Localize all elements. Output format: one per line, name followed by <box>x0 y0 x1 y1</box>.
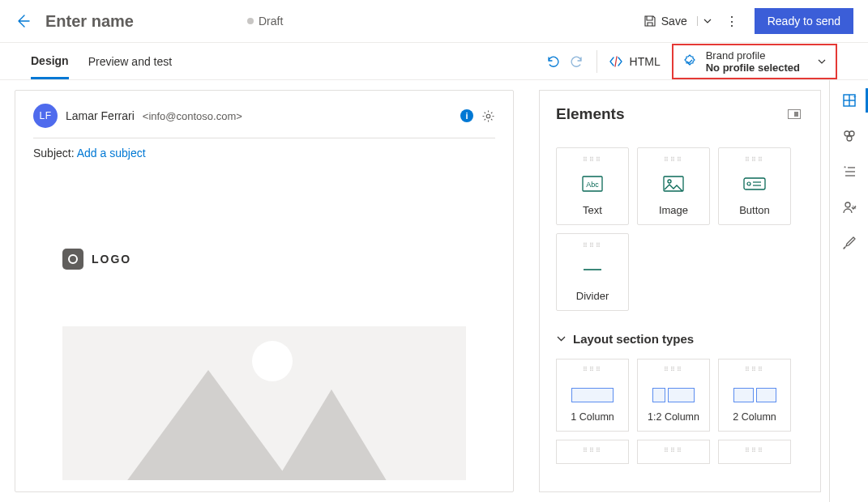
grip-icon: ⠿⠿⠿ <box>745 447 764 454</box>
back-icon[interactable] <box>15 13 31 29</box>
svg-text:*: * <box>844 164 846 172</box>
avatar: LF <box>33 104 58 128</box>
sun-icon <box>252 341 293 381</box>
html-toggle[interactable]: HTML <box>609 54 661 69</box>
email-canvas[interactable]: LF Lamar Ferrari <info@contoso.com> i Su… <box>15 90 514 492</box>
image-icon <box>663 173 684 194</box>
mountain-icon <box>270 389 393 480</box>
divider <box>596 50 597 73</box>
grip-icon: ⠿⠿⠿ <box>664 447 683 454</box>
brand-profile-value: No profile selected <box>706 62 800 74</box>
grip-icon: ⠿⠿⠿ <box>583 156 602 164</box>
brand-profile-label: Brand profile <box>706 49 800 62</box>
chevron-down-icon <box>556 334 567 344</box>
grip-icon: ⠿⠿⠿ <box>583 366 602 373</box>
element-label: Divider <box>576 290 609 302</box>
element-text[interactable]: ⠿⠿⠿ Abc Text <box>556 147 629 225</box>
page-title-input[interactable]: Enter name <box>45 12 134 31</box>
elements-column: Elements ⠿⠿⠿ Abc Text ⠿⠿⠿ Image <box>529 80 829 502</box>
rail-list-icon[interactable]: * <box>830 164 868 179</box>
grip-icon: ⠿⠿⠿ <box>745 156 764 164</box>
side-rail: + * <box>829 80 868 502</box>
layout-2-column[interactable]: ⠿⠿⠿ 2 Column <box>718 359 791 432</box>
svg-text:+: + <box>853 93 857 100</box>
button-icon <box>743 173 766 194</box>
more-menu-button[interactable]: ⋮ <box>720 14 743 29</box>
element-divider[interactable]: ⠿⠿⠿ Divider <box>556 233 629 311</box>
gear-icon[interactable] <box>481 109 495 123</box>
undo-icon[interactable] <box>545 54 559 69</box>
tab-bar: Design Preview and test HTML Brand profi… <box>0 43 868 80</box>
status-dot-icon <box>247 18 254 24</box>
svg-point-4 <box>668 180 671 183</box>
image-placeholder[interactable] <box>62 326 466 480</box>
brand-profile-dropdown[interactable]: Brand profile No profile selected <box>672 44 837 79</box>
save-split-chevron[interactable] <box>697 16 712 26</box>
layout-1-column[interactable]: ⠿⠿⠿ 1 Column <box>556 359 629 432</box>
svg-point-21 <box>845 202 850 207</box>
element-label: Button <box>739 204 770 216</box>
element-image[interactable]: ⠿⠿⠿ Image <box>637 147 710 225</box>
tab-preview[interactable]: Preview and test <box>88 45 173 78</box>
logo-block[interactable]: LOGO <box>62 249 495 270</box>
html-toggle-label: HTML <box>630 55 661 68</box>
ready-to-send-button[interactable]: Ready to send <box>755 8 853 34</box>
subject-label: Subject: <box>33 147 75 160</box>
grip-icon: ⠿⠿⠿ <box>664 366 683 373</box>
grip-icon: ⠿⠿⠿ <box>664 156 683 164</box>
svg-point-0 <box>486 114 490 118</box>
chevron-down-icon <box>816 56 827 67</box>
code-icon <box>609 54 623 69</box>
redo-icon[interactable] <box>571 54 585 69</box>
grip-icon: ⠿⠿⠿ <box>583 447 602 454</box>
svg-point-6 <box>747 182 750 185</box>
save-button[interactable]: Save <box>644 15 712 28</box>
svg-text:Abc: Abc <box>586 181 599 189</box>
info-icon[interactable]: i <box>460 109 473 122</box>
status-badge: Draft <box>247 15 283 28</box>
rail-elements-icon[interactable]: + <box>830 93 868 108</box>
canvas-column: LF Lamar Ferrari <info@contoso.com> i Su… <box>0 80 529 502</box>
top-header: Enter name Draft Save ⋮ Ready to send <box>0 0 868 43</box>
tab-design[interactable]: Design <box>31 45 69 79</box>
elements-grid: ⠿⠿⠿ Abc Text ⠿⠿⠿ Image ⠿⠿⠿ <box>556 147 801 311</box>
layout-label: 2 Column <box>733 411 776 423</box>
element-label: Image <box>659 204 688 216</box>
svg-point-15 <box>849 131 854 136</box>
layout-section-title: Layout section types <box>573 332 694 346</box>
element-button[interactable]: ⠿⠿⠿ Button <box>718 147 791 225</box>
expand-panel-icon[interactable] <box>788 109 801 119</box>
elements-panel: Elements ⠿⠿⠿ Abc Text ⠿⠿⠿ Image <box>539 90 821 492</box>
subject-row: Subject: Add a subject <box>33 138 495 160</box>
text-icon: Abc <box>582 173 603 194</box>
rail-brush-icon[interactable] <box>830 236 868 250</box>
status-label: Draft <box>259 15 283 28</box>
grip-icon: ⠿⠿⠿ <box>583 242 602 249</box>
svg-point-16 <box>847 136 852 141</box>
logo-icon <box>62 249 83 270</box>
subject-input[interactable]: Add a subject <box>77 147 146 160</box>
element-label: Text <box>583 204 602 216</box>
rail-person-icon[interactable] <box>830 200 868 215</box>
layout-1-2-column[interactable]: ⠿⠿⠿ 1:2 Column <box>637 359 710 432</box>
layout-label: 1:2 Column <box>648 411 699 423</box>
sender-name: Lamar Ferrari <box>66 109 135 122</box>
layout-label: 1 Column <box>571 411 614 423</box>
elements-title: Elements <box>556 105 624 123</box>
logo-text: LOGO <box>92 253 131 266</box>
workarea: LF Lamar Ferrari <info@contoso.com> i Su… <box>0 80 868 502</box>
grip-icon: ⠿⠿⠿ <box>745 366 764 373</box>
layout-more[interactable]: ⠿⠿⠿ <box>637 440 710 464</box>
layout-more[interactable]: ⠿⠿⠿ <box>556 440 629 464</box>
divider-icon <box>582 259 603 280</box>
sender-row: LF Lamar Ferrari <info@contoso.com> i <box>33 104 495 138</box>
sender-email: <info@contoso.com> <box>143 110 242 122</box>
rosette-icon <box>682 53 698 70</box>
svg-point-14 <box>844 131 849 136</box>
save-label: Save <box>661 15 687 28</box>
layout-section-header[interactable]: Layout section types <box>556 332 801 346</box>
layout-grid: ⠿⠿⠿ 1 Column ⠿⠿⠿ 1:2 Column ⠿⠿⠿ 2 Column… <box>556 359 801 464</box>
rail-settings-icon[interactable] <box>830 129 868 143</box>
save-icon <box>644 15 656 28</box>
layout-more[interactable]: ⠿⠿⠿ <box>718 440 791 464</box>
